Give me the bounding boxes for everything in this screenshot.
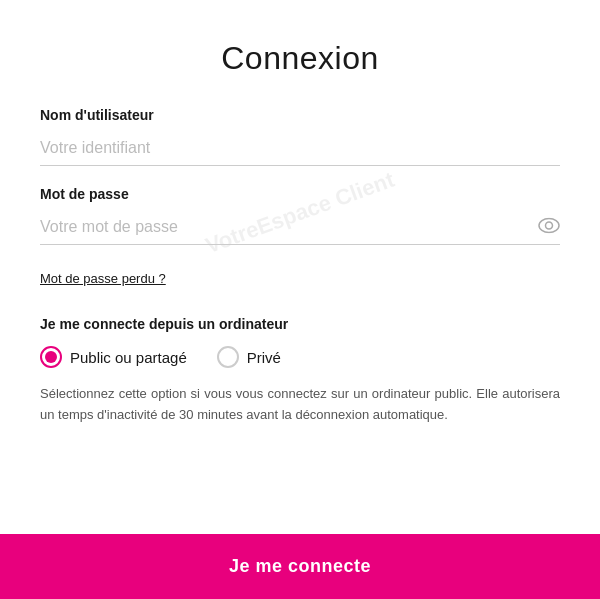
radio-option-private[interactable]: Privé <box>217 346 281 368</box>
radio-option-public[interactable]: Public ou partagé <box>40 346 187 368</box>
username-input[interactable] <box>40 131 560 166</box>
radio-circle-public[interactable] <box>40 346 62 368</box>
password-label: Mot de passe <box>40 186 560 202</box>
radio-group: Public ou partagé Privé <box>40 346 560 368</box>
radio-label-private: Privé <box>247 349 281 366</box>
toggle-password-icon[interactable] <box>538 217 560 238</box>
svg-point-0 <box>539 218 559 232</box>
forgot-password-link[interactable]: Mot de passe perdu ? <box>40 271 560 286</box>
login-card: VotreEspace Client Connexion Nom d'utili… <box>0 0 600 599</box>
username-label: Nom d'utilisateur <box>40 107 560 123</box>
radio-circle-private[interactable] <box>217 346 239 368</box>
radio-label-public: Public ou partagé <box>70 349 187 366</box>
computer-type-section: Je me connecte depuis un ordinateur Publ… <box>40 306 560 456</box>
username-group: Nom d'utilisateur <box>40 107 560 166</box>
svg-point-1 <box>546 222 553 229</box>
computer-type-label: Je me connecte depuis un ordinateur <box>40 316 560 332</box>
page-title: Connexion <box>40 40 560 77</box>
password-input[interactable] <box>40 210 560 245</box>
login-button[interactable]: Je me connecte <box>0 534 600 599</box>
username-input-wrapper <box>40 131 560 166</box>
password-group: Mot de passe <box>40 186 560 245</box>
password-input-wrapper <box>40 210 560 245</box>
description-text: Sélectionnez cette option si vous vous c… <box>40 384 560 426</box>
